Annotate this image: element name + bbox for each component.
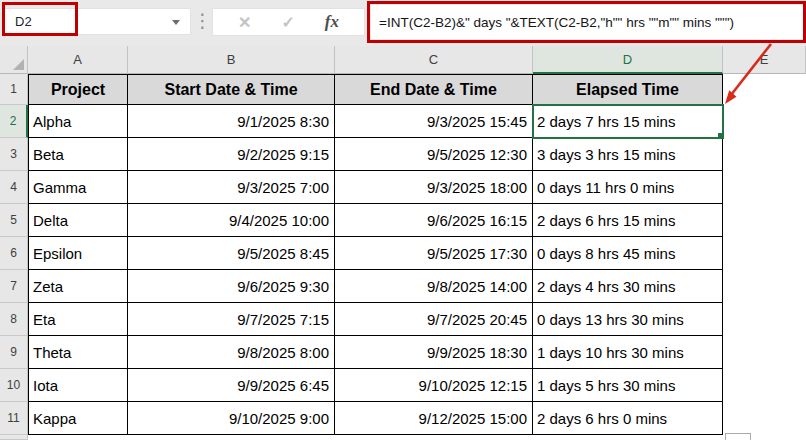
cell-start[interactable]: 9/8/2025 8:00 xyxy=(128,336,335,369)
spreadsheet-grid: A B C D E 1 Project Start Date & Time En… xyxy=(0,46,806,440)
row-header-2-selected[interactable]: 2 xyxy=(0,105,28,138)
cell-end[interactable]: 9/9/2025 18:30 xyxy=(335,336,533,369)
table-row: 6 Epsilon 9/5/2025 8:45 9/5/2025 17:30 0… xyxy=(0,237,806,270)
toolbar-drag-handle-icon: ⋮ xyxy=(193,7,212,35)
cell-elapsed[interactable]: 0 days 8 hrs 45 mins xyxy=(533,237,723,270)
table-row: 7 Zeta 9/6/2025 9:30 9/8/2025 14:00 2 da… xyxy=(0,270,806,303)
cell-end[interactable]: 9/10/2025 12:15 xyxy=(335,369,533,402)
cell-empty[interactable] xyxy=(335,435,533,440)
cell-empty[interactable] xyxy=(533,435,723,440)
column-header-c[interactable]: C xyxy=(335,46,533,74)
cell-elapsed[interactable]: 2 days 6 hrs 15 mins xyxy=(533,204,723,237)
cell-project[interactable]: Alpha xyxy=(28,105,128,138)
cell-start[interactable]: 9/7/2025 7:15 xyxy=(128,303,335,336)
insert-function-icon[interactable]: fx xyxy=(325,12,339,32)
cell-end[interactable]: 9/6/2025 16:15 xyxy=(335,204,533,237)
row-header[interactable]: 11 xyxy=(0,402,28,435)
row-header[interactable]: 8 xyxy=(0,303,28,336)
row-header[interactable]: 6 xyxy=(0,237,28,270)
select-all-button[interactable] xyxy=(0,46,28,74)
enter-icon[interactable]: ✓ xyxy=(281,13,294,32)
cell-elapsed[interactable]: 2 days 6 hrs 0 mins xyxy=(533,402,723,435)
cell-end[interactable]: 9/5/2025 12:30 xyxy=(335,138,533,171)
cell-start[interactable]: 9/5/2025 8:45 xyxy=(128,237,335,270)
row-header[interactable] xyxy=(0,435,28,440)
cell-project[interactable]: Eta xyxy=(28,303,128,336)
cell-project[interactable]: Iota xyxy=(28,369,128,402)
cell-end[interactable]: 9/12/2025 15:00 xyxy=(335,402,533,435)
table-row: 11 Kappa 9/10/2025 9:00 9/12/2025 15:00 … xyxy=(0,402,806,435)
cell-empty[interactable] xyxy=(723,204,806,237)
cell-project[interactable]: Kappa xyxy=(28,402,128,435)
cell-end[interactable]: 9/3/2025 15:45 xyxy=(335,105,533,138)
cell-end[interactable]: 9/3/2025 18:00 xyxy=(335,171,533,204)
column-header-b[interactable]: B xyxy=(128,46,335,74)
cell-empty[interactable] xyxy=(723,105,806,138)
cell-empty[interactable] xyxy=(28,435,128,440)
cell-empty[interactable] xyxy=(723,270,806,303)
cell-start[interactable]: 9/9/2025 6:45 xyxy=(128,369,335,402)
name-box[interactable]: D2 xyxy=(3,8,191,35)
active-cell-d2[interactable]: 2 days 7 hrs 15 mins xyxy=(533,105,723,138)
row-header[interactable]: 5 xyxy=(0,204,28,237)
cell-elapsed[interactable]: 2 days 4 hrs 30 mins xyxy=(533,270,723,303)
cell-empty[interactable] xyxy=(723,369,806,402)
cancel-icon[interactable]: ✕ xyxy=(238,13,251,32)
cell-start[interactable]: 9/6/2025 9:30 xyxy=(128,270,335,303)
cell-start[interactable]: 9/3/2025 7:00 xyxy=(128,171,335,204)
table-row: 5 Delta 9/4/2025 10:00 9/6/2025 16:15 2 … xyxy=(0,204,806,237)
table-row: 4 Gamma 9/3/2025 7:00 9/3/2025 18:00 0 d… xyxy=(0,171,806,204)
cell-empty[interactable] xyxy=(723,138,806,171)
cell-a1-project-header[interactable]: Project xyxy=(28,74,128,105)
cell-end[interactable]: 9/8/2025 14:00 xyxy=(335,270,533,303)
cell-elapsed[interactable]: 1 days 5 hrs 30 mins xyxy=(533,369,723,402)
cell-end[interactable]: 9/5/2025 17:30 xyxy=(335,237,533,270)
table-row: 2 Alpha 9/1/2025 8:30 9/3/2025 15:45 2 d… xyxy=(0,105,806,138)
row-header[interactable]: 7 xyxy=(0,270,28,303)
cell-b1-start-header[interactable]: Start Date & Time xyxy=(128,74,335,105)
column-header-e[interactable]: E xyxy=(723,46,806,74)
table-row: 8 Eta 9/7/2025 7:15 9/7/2025 20:45 0 day… xyxy=(0,303,806,336)
cell-empty[interactable] xyxy=(723,336,806,369)
cell-elapsed[interactable]: 3 days 3 hrs 15 mins xyxy=(533,138,723,171)
row-header[interactable]: 10 xyxy=(0,369,28,402)
row-header[interactable]: 3 xyxy=(0,138,28,171)
table-header-row: 1 Project Start Date & Time End Date & T… xyxy=(0,74,806,105)
cell-start[interactable]: 9/1/2025 8:30 xyxy=(128,105,335,138)
cell-project[interactable]: Gamma xyxy=(28,171,128,204)
cell-empty[interactable] xyxy=(723,402,806,435)
row-header-1[interactable]: 1 xyxy=(0,74,28,105)
column-header-a[interactable]: A xyxy=(28,46,128,74)
column-header-row: A B C D E xyxy=(0,46,806,74)
cell-d1-elapsed-header[interactable]: Elapsed Time xyxy=(533,74,723,105)
cell-elapsed[interactable]: 0 days 13 hrs 30 mins xyxy=(533,303,723,336)
table-row: 3 Beta 9/2/2025 9:15 9/5/2025 12:30 3 da… xyxy=(0,138,806,171)
cell-project[interactable]: Zeta xyxy=(28,270,128,303)
cell-project[interactable]: Delta xyxy=(28,204,128,237)
cell-project[interactable]: Epsilon xyxy=(28,237,128,270)
name-box-value: D2 xyxy=(15,14,32,29)
cell-elapsed[interactable]: 0 days 11 hrs 0 mins xyxy=(533,171,723,204)
select-all-icon xyxy=(13,59,24,70)
row-header[interactable]: 4 xyxy=(0,171,28,204)
cell-empty[interactable] xyxy=(723,171,806,204)
column-header-d-selected[interactable]: D xyxy=(533,46,723,74)
cell-start[interactable]: 9/4/2025 10:00 xyxy=(128,204,335,237)
formula-text: =INT(C2-B2)&" days "&TEXT(C2-B2,"h"" hrs… xyxy=(371,15,734,30)
cell-elapsed[interactable]: 1 days 10 hrs 30 mins xyxy=(533,336,723,369)
cell-empty[interactable] xyxy=(128,435,335,440)
cell-empty[interactable] xyxy=(723,237,806,270)
row-header[interactable]: 9 xyxy=(0,336,28,369)
cell-e1[interactable] xyxy=(723,74,806,105)
cell-project[interactable]: Beta xyxy=(28,138,128,171)
cell-project[interactable]: Theta xyxy=(28,336,128,369)
formula-toolbar: D2 ⋮ ✕ ✓ fx =INT(C2-B2)&" days "&TEXT(C2… xyxy=(0,0,806,46)
formula-bar[interactable]: =INT(C2-B2)&" days "&TEXT(C2-B2,"h"" hrs… xyxy=(371,5,804,39)
table-row: 10 Iota 9/9/2025 6:45 9/10/2025 12:15 1 … xyxy=(0,369,806,402)
cell-start[interactable]: 9/10/2025 9:00 xyxy=(128,402,335,435)
cell-end[interactable]: 9/7/2025 20:45 xyxy=(335,303,533,336)
cell-start[interactable]: 9/2/2025 9:15 xyxy=(128,138,335,171)
cell-empty[interactable] xyxy=(723,303,806,336)
cell-c1-end-header[interactable]: End Date & Time xyxy=(335,74,533,105)
name-box-dropdown-icon[interactable] xyxy=(172,20,180,25)
